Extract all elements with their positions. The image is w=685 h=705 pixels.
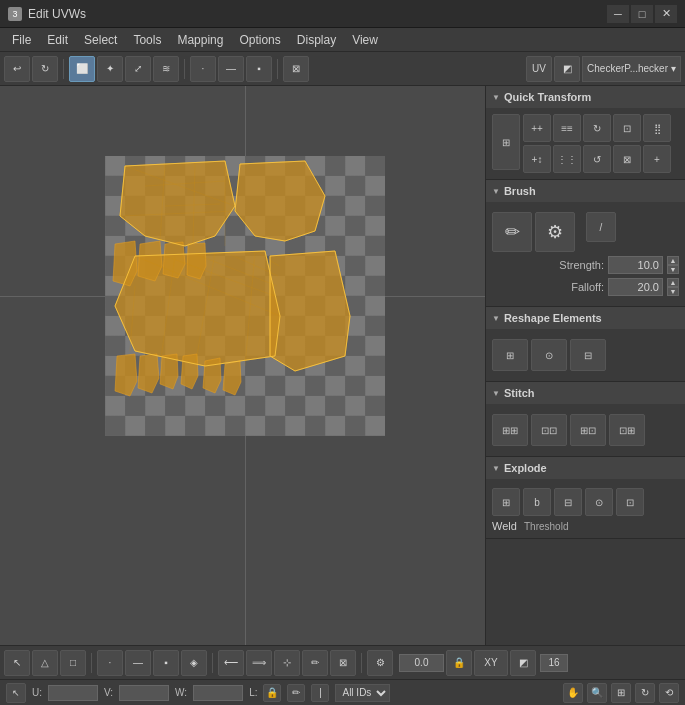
stitch-btn-4[interactable]: ⊡⊞ bbox=[609, 414, 645, 446]
stitch-btn-3[interactable]: ⊞⊡ bbox=[570, 414, 606, 446]
explode-btn-3[interactable]: ⊟ bbox=[554, 488, 582, 516]
qt-h-lines[interactable]: ≡≡ bbox=[553, 114, 581, 142]
explode-btn-4[interactable]: ⊙ bbox=[585, 488, 613, 516]
bt-vertex[interactable]: · bbox=[97, 650, 123, 676]
close-button[interactable]: ✕ bbox=[655, 5, 677, 23]
bt-snap[interactable]: ⟵ bbox=[218, 650, 244, 676]
bt-brush[interactable]: ✏ bbox=[302, 650, 328, 676]
bt-checker2[interactable]: ◩ bbox=[510, 650, 536, 676]
checker-icon-btn[interactable]: ◩ bbox=[554, 56, 580, 82]
scale-mode-button[interactable]: ⤢ bbox=[125, 56, 151, 82]
strength-input[interactable] bbox=[608, 256, 663, 274]
brush-header[interactable]: ▼ Brush bbox=[486, 180, 685, 202]
menu-view[interactable]: View bbox=[344, 31, 386, 49]
bt-snap2[interactable]: ⟹ bbox=[246, 650, 272, 676]
bt-edge[interactable]: — bbox=[125, 650, 151, 676]
brush-pen-button[interactable]: / bbox=[586, 212, 616, 242]
face-mode[interactable]: ▪ bbox=[246, 56, 272, 82]
qt-mirror-h[interactable]: ⊡ bbox=[613, 114, 641, 142]
bt-arrow[interactable]: ↖ bbox=[4, 650, 30, 676]
menu-mapping[interactable]: Mapping bbox=[169, 31, 231, 49]
menu-select[interactable]: Select bbox=[76, 31, 125, 49]
qt-dots[interactable]: ⣿ bbox=[643, 114, 671, 142]
bt-square[interactable]: □ bbox=[60, 650, 86, 676]
status-arrow-icon[interactable]: ↖ bbox=[6, 683, 26, 703]
stitch-btn-2[interactable]: ⊡⊡ bbox=[531, 414, 567, 446]
brush-gear-button[interactable]: ⚙ bbox=[535, 212, 575, 252]
reshape-header[interactable]: ▼ Reshape Elements bbox=[486, 307, 685, 329]
minimize-button[interactable]: ─ bbox=[607, 5, 629, 23]
reshape-flatten-btn[interactable]: ⊟ bbox=[570, 339, 606, 371]
coord-input[interactable] bbox=[399, 654, 444, 672]
ids-dropdown[interactable]: All IDs bbox=[335, 684, 390, 702]
edge-mode[interactable]: — bbox=[218, 56, 244, 82]
pan-icon[interactable]: ✋ bbox=[563, 683, 583, 703]
bt-xy[interactable]: XY bbox=[474, 650, 508, 676]
bt-paint[interactable]: ⊠ bbox=[330, 650, 356, 676]
maximize-button[interactable]: □ bbox=[631, 5, 653, 23]
v-input[interactable] bbox=[119, 685, 169, 701]
falloff-down[interactable]: ▼ bbox=[667, 287, 679, 296]
rotate-icon[interactable]: ↻ bbox=[635, 683, 655, 703]
menu-tools[interactable]: Tools bbox=[125, 31, 169, 49]
undo-button[interactable]: ↩ bbox=[4, 56, 30, 82]
bt-grid[interactable]: ⊹ bbox=[274, 650, 300, 676]
quick-transform-header[interactable]: ▼ Quick Transform bbox=[486, 86, 685, 108]
menu-display[interactable]: Display bbox=[289, 31, 344, 49]
grid-icon[interactable]: ⊞ bbox=[611, 683, 631, 703]
qt-align-left[interactable]: ⊞ bbox=[492, 114, 520, 170]
strength-label: Strength: bbox=[492, 259, 604, 271]
qt-mirror-v[interactable]: ⊠ bbox=[613, 145, 641, 173]
menu-options[interactable]: Options bbox=[231, 31, 288, 49]
qt-h-spread[interactable]: ++ bbox=[523, 114, 551, 142]
zoom-icon[interactable]: 🔍 bbox=[587, 683, 607, 703]
falloff-input[interactable] bbox=[608, 278, 663, 296]
u-label: U: bbox=[32, 687, 42, 698]
freeform-button[interactable]: ≋ bbox=[153, 56, 179, 82]
lock-icon[interactable]: 🔒 bbox=[263, 684, 281, 702]
u-input[interactable] bbox=[48, 685, 98, 701]
qt-rot-cw[interactable]: ↻ bbox=[583, 114, 611, 142]
stitch-header[interactable]: ▼ Stitch bbox=[486, 382, 685, 404]
pen-icon[interactable]: ✏ bbox=[287, 684, 305, 702]
falloff-up[interactable]: ▲ bbox=[667, 278, 679, 287]
select-mode-button[interactable]: ⬜ bbox=[69, 56, 95, 82]
uv-btn[interactable]: UV bbox=[526, 56, 552, 82]
stitch-btn-1[interactable]: ⊞⊞ bbox=[492, 414, 528, 446]
reshape-grid-btn[interactable]: ⊞ bbox=[492, 339, 528, 371]
bt-settings[interactable]: ⚙ bbox=[367, 650, 393, 676]
ruler-icon[interactable]: | bbox=[311, 684, 329, 702]
bt-lock[interactable]: 🔒 bbox=[446, 650, 472, 676]
brush-paint-button[interactable]: ✏ bbox=[492, 212, 532, 252]
svg-marker-12 bbox=[203, 358, 221, 393]
explode-header[interactable]: ▼ Explode bbox=[486, 457, 685, 479]
checker-dropdown[interactable]: CheckerP...hecker ▾ bbox=[582, 56, 681, 82]
w-input[interactable] bbox=[193, 685, 243, 701]
menu-edit[interactable]: Edit bbox=[39, 31, 76, 49]
uv-viewport[interactable] bbox=[0, 86, 485, 645]
num-input[interactable] bbox=[540, 654, 568, 672]
qt-plus[interactable]: + bbox=[643, 145, 671, 173]
filter-btn[interactable]: ⊠ bbox=[283, 56, 309, 82]
bt-triangle[interactable]: △ bbox=[32, 650, 58, 676]
vertex-mode[interactable]: · bbox=[190, 56, 216, 82]
menu-file[interactable]: File bbox=[4, 31, 39, 49]
explode-btn-5[interactable]: ⊡ bbox=[616, 488, 644, 516]
redo-button[interactable]: ↻ bbox=[32, 56, 58, 82]
reset-icon[interactable]: ⟲ bbox=[659, 683, 679, 703]
bt-poly[interactable]: ◈ bbox=[181, 650, 207, 676]
explode-btn-1[interactable]: ⊞ bbox=[492, 488, 520, 516]
qt-rot-ccw[interactable]: ↺ bbox=[583, 145, 611, 173]
move-mode-button[interactable]: ✦ bbox=[97, 56, 123, 82]
strength-down[interactable]: ▼ bbox=[667, 265, 679, 274]
qt-v-lines[interactable]: ⋮⋮ bbox=[553, 145, 581, 173]
stitch-collapse-icon: ▼ bbox=[492, 389, 500, 398]
svg-marker-9 bbox=[138, 354, 159, 393]
explode-btn-2[interactable]: b bbox=[523, 488, 551, 516]
qt-v-spread[interactable]: +↕ bbox=[523, 145, 551, 173]
bt-face[interactable]: ▪ bbox=[153, 650, 179, 676]
strength-up[interactable]: ▲ bbox=[667, 256, 679, 265]
reshape-sphere-btn[interactable]: ⊙ bbox=[531, 339, 567, 371]
toolbar-sep-2 bbox=[184, 59, 185, 79]
falloff-spinner: ▲ ▼ bbox=[667, 278, 679, 296]
